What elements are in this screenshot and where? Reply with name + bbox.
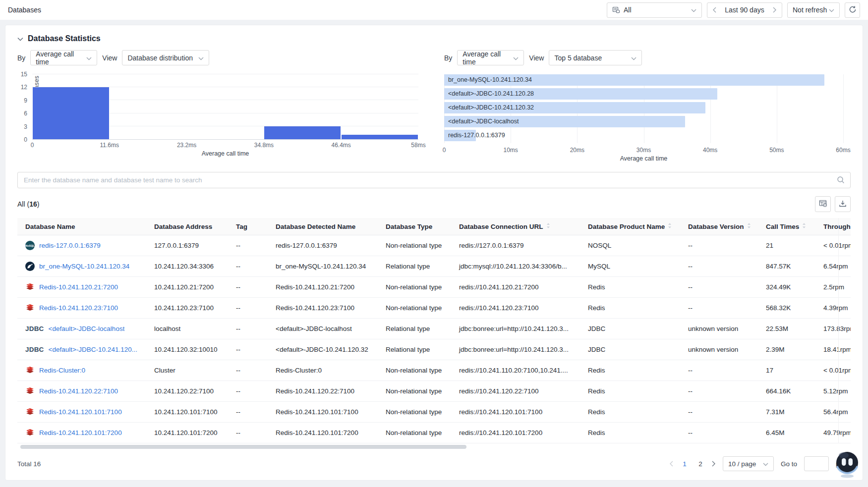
refresh-mode-select[interactable]: Not refresh xyxy=(787,2,840,18)
column-header-throughput-ra[interactable]: Throughput Ra xyxy=(815,218,851,235)
cell-call-times: 664.16K xyxy=(758,381,815,402)
database-table: Database NameDatabase AddressTagDatabase… xyxy=(17,218,851,443)
database-name-link[interactable]: Redis-10.241.120.101:7200 xyxy=(39,429,122,436)
cell-call-times: 7.31M xyxy=(758,402,815,423)
database-name-link[interactable]: Redis-Cluster:0 xyxy=(39,367,85,374)
cell-database-product-name: JDBC xyxy=(580,339,680,360)
cell-database-type: Relational type xyxy=(378,319,451,339)
by-select-right[interactable]: Average call time xyxy=(457,50,524,65)
cell-database-product-name: Redis xyxy=(580,423,680,443)
histogram-bar xyxy=(341,135,418,139)
cell-database-address: 127.0.0.1:6379 xyxy=(146,235,228,256)
sort-carets-icon xyxy=(668,222,672,230)
cell-throughput-rate: 173.83rpm xyxy=(815,319,851,339)
cell-database-version: -- xyxy=(680,423,758,443)
cell-database-type: Non-relational type xyxy=(378,360,451,381)
table-row: Redis-10.241.120.22:710010.241.120.22:71… xyxy=(17,381,851,402)
database-name-link[interactable]: <default>-JDBC-10.241.120... xyxy=(49,346,137,353)
cell-tag: -- xyxy=(228,423,268,443)
cell-database-version: -- xyxy=(680,235,758,256)
cell-call-times: 17 xyxy=(758,360,815,381)
view-select-right[interactable]: Top 5 database xyxy=(549,50,642,65)
database-name-link[interactable]: Redis-10.241.120.21:7200 xyxy=(39,283,118,291)
cell-database-type: Non-relational type xyxy=(378,381,451,402)
view-label-right: View xyxy=(529,54,544,62)
cell-tag: -- xyxy=(228,277,268,298)
top5-xticks: 010ms20ms30ms40ms50ms60ms xyxy=(444,145,843,154)
topbar: Databases All Last 90 days Not refresh xyxy=(0,0,868,20)
page-number-1[interactable]: 1 xyxy=(680,460,689,468)
time-range-picker[interactable]: Last 90 days xyxy=(707,2,782,18)
column-header-database-type: Database Type xyxy=(378,218,451,235)
by-select-left[interactable]: Average call time xyxy=(30,50,97,65)
cell-database-detected-name: Redis-10.241.120.22:7100 xyxy=(268,381,378,402)
cell-database-version: -- xyxy=(680,298,758,319)
next-page-icon[interactable] xyxy=(712,461,716,467)
cell-database-detected-name: Redis-10.241.120.21:7200 xyxy=(268,277,378,298)
cell-throughput-rate: 49.79rpm xyxy=(815,423,851,443)
database-name-link[interactable]: Redis-10.241.120.101:7100 xyxy=(39,408,122,416)
cell-call-times: 21 xyxy=(758,235,815,256)
database-name-link[interactable]: redis-127.0.0.1:6379 xyxy=(39,242,101,249)
cell-database-address: 10.241.120.101:7100 xyxy=(146,402,228,423)
cell-database-product-name: Redis xyxy=(580,360,680,381)
table-row: JDBC<default>-JDBC-10.241.120...10.241.1… xyxy=(17,339,851,360)
page-size-select[interactable]: 10 / page xyxy=(723,456,774,471)
view-select-left[interactable]: Database distribution xyxy=(122,50,209,65)
top5-bar-label: <default>-JDBC-10.241.120.32 xyxy=(448,102,534,113)
redis-database-icon xyxy=(25,366,35,375)
cell-database-detected-name: Redis-Cluster:0 xyxy=(268,360,378,381)
column-header-tag: Tag xyxy=(228,218,268,235)
cell-tag: -- xyxy=(228,381,268,402)
cell-database-type: Non-relational type xyxy=(378,423,451,443)
column-settings-button[interactable] xyxy=(815,196,831,212)
sort-carets-icon xyxy=(747,222,751,230)
cell-call-times: 6.45M xyxy=(758,423,815,443)
chevron-down-icon xyxy=(631,54,637,62)
cell-database-version: unknown version xyxy=(680,339,758,360)
refresh-button[interactable] xyxy=(845,2,860,18)
search-input[interactable] xyxy=(17,172,851,188)
page-number-2[interactable]: 2 xyxy=(696,460,705,468)
table-right-divider xyxy=(838,218,839,443)
horizontal-scrollbar[interactable] xyxy=(20,445,466,449)
database-name-link[interactable]: Redis-10.241.120.22:7100 xyxy=(39,387,118,395)
prev-page-icon[interactable] xyxy=(669,461,673,467)
column-header-database-connection-url[interactable]: Database Connection URL xyxy=(451,218,580,235)
database-name-link[interactable]: Redis-10.241.120.23:7100 xyxy=(39,304,118,312)
database-name-link[interactable]: <default>-JDBC-localhost xyxy=(49,325,125,332)
column-header-database-version[interactable]: Database Version xyxy=(680,218,758,235)
goto-page-input[interactable] xyxy=(804,456,829,471)
cell-database-detected-name: Redis-10.241.120.101:7200 xyxy=(268,423,378,443)
time-range-next-icon[interactable] xyxy=(773,7,777,13)
cell-call-times: 568.32K xyxy=(758,298,815,319)
chevron-down-icon xyxy=(198,54,204,62)
cell-database-version: unknown version xyxy=(680,319,758,339)
cell-database-detected-name: <default>-JDBC-localhost xyxy=(268,319,378,339)
column-header-call-times[interactable]: Call Times xyxy=(758,218,815,235)
cell-database-address: 10.241.120.21:7200 xyxy=(146,277,228,298)
scope-filter-select[interactable]: All xyxy=(607,2,702,18)
cell-database-detected-name: br_one-MySQL-10.241.120.34 xyxy=(268,256,378,277)
chevron-down-icon xyxy=(829,6,834,14)
cell-database-address: 10.241.120.23:7100 xyxy=(146,298,228,319)
histogram-bar xyxy=(264,126,341,139)
cell-tag: -- xyxy=(228,235,268,256)
export-button[interactable] xyxy=(835,196,851,212)
scope-filter-value: All xyxy=(624,6,632,14)
jdbc-logo: JDBC xyxy=(25,325,44,332)
assistant-robot[interactable] xyxy=(834,450,860,480)
search-icon[interactable] xyxy=(837,176,845,185)
table-row: NoSQLredis-127.0.0.1:6379127.0.0.1:6379-… xyxy=(17,235,851,256)
cell-database-product-name: Redis xyxy=(580,277,680,298)
time-range-prev-icon[interactable] xyxy=(712,7,716,13)
cell-database-address: 10.241.120.22:7100 xyxy=(146,381,228,402)
database-name-link[interactable]: br_one-MySQL-10.241.120.34 xyxy=(39,263,129,270)
page-title: Databases xyxy=(8,6,41,14)
column-header-database-detected-name: Database Detected Name xyxy=(268,218,378,235)
by-label-left: By xyxy=(17,54,25,62)
top5-plot: br_one-MySQL-10.241.120.34<default>-JDBC… xyxy=(444,74,843,143)
top5-database-chart: br_one-MySQL-10.241.120.34<default>-JDBC… xyxy=(444,74,843,162)
column-header-database-product-name[interactable]: Database Product Name xyxy=(580,218,680,235)
collapse-chevron-icon[interactable] xyxy=(17,35,23,43)
